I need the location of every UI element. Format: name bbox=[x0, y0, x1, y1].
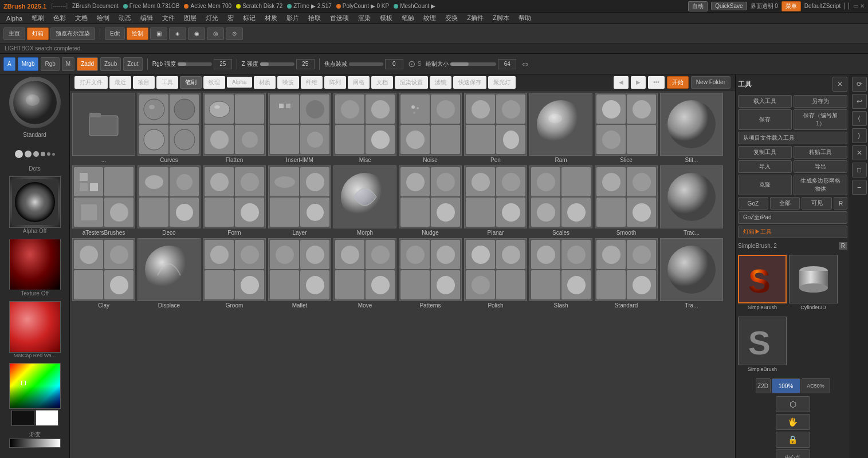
menu-material[interactable]: 材质 bbox=[261, 13, 281, 23]
color-picker-area[interactable] bbox=[9, 363, 61, 426]
brush-planar[interactable]: Planar bbox=[464, 165, 527, 236]
brush-atesters[interactable]: aTestersBrushes bbox=[72, 165, 135, 236]
all-button[interactable]: 全部 bbox=[770, 197, 800, 210]
dots-area[interactable]: Dots bbox=[15, 143, 55, 172]
paste-tool-button[interactable]: 粘贴工具 bbox=[794, 146, 847, 159]
far-right-btn-1[interactable]: ⟳ bbox=[852, 77, 867, 92]
nav-prev[interactable]: ◀ bbox=[614, 76, 629, 89]
menu-render[interactable]: 渲染 bbox=[354, 13, 375, 23]
brush-clay[interactable]: Clay bbox=[72, 238, 135, 309]
brush-deco[interactable]: Deco bbox=[138, 165, 201, 236]
quicksave-button[interactable]: QuickSave bbox=[711, 2, 747, 10]
far-right-btn-3[interactable]: ⟨ bbox=[852, 111, 867, 126]
menu-document[interactable]: 文档 bbox=[71, 13, 92, 23]
menu-brush[interactable]: 笔刷 bbox=[28, 13, 48, 23]
nav-tool[interactable]: 工具 bbox=[156, 76, 178, 89]
focal-slider[interactable] bbox=[349, 62, 383, 66]
far-right-btn-7[interactable]: ‒ bbox=[852, 180, 867, 195]
grid-icon-btn[interactable]: ⬡ bbox=[776, 396, 810, 412]
brush-groom[interactable]: Groom bbox=[203, 238, 266, 309]
zcut-button[interactable]: Zcut bbox=[123, 57, 142, 71]
alpha-preview[interactable] bbox=[9, 176, 61, 228]
nav-document[interactable]: 文档 bbox=[371, 76, 393, 89]
menu-help[interactable]: 帮助 bbox=[514, 13, 535, 23]
tool-btn-2[interactable]: ◈ bbox=[169, 27, 186, 40]
brush-misc[interactable]: Misc bbox=[333, 93, 396, 163]
load-tool-button[interactable]: 载入工具 bbox=[738, 95, 792, 108]
zsub-button[interactable]: Zsub bbox=[100, 57, 121, 71]
menu-color[interactable]: 色彩 bbox=[49, 13, 70, 23]
menu-transform[interactable]: 变换 bbox=[441, 13, 462, 23]
brush-move[interactable]: Move bbox=[333, 238, 396, 309]
menu-button[interactable]: 菜单 bbox=[781, 1, 801, 11]
vis-button[interactable]: 可见 bbox=[802, 197, 832, 210]
focal-input[interactable] bbox=[385, 59, 403, 69]
menu-marker[interactable]: 标记 bbox=[239, 13, 260, 23]
alpha-area[interactable]: Alpha Off bbox=[9, 176, 61, 234]
cylinder-thumb[interactable] bbox=[789, 255, 838, 303]
gradient-area[interactable]: 渐变 bbox=[9, 431, 61, 448]
menu-layer[interactable]: 图层 bbox=[180, 13, 201, 23]
draw-size-input[interactable] bbox=[498, 59, 516, 69]
nav-array[interactable]: 阵列 bbox=[324, 76, 346, 89]
draw-button[interactable]: 绘制 bbox=[127, 27, 148, 40]
r-button[interactable]: R bbox=[834, 197, 847, 210]
nav-open-file[interactable]: 打开文件 bbox=[74, 76, 108, 89]
brush-pen[interactable]: Pen bbox=[464, 93, 527, 163]
cylinder-area[interactable]: Cylinder3D bbox=[789, 255, 838, 310]
brush-trac[interactable]: Trac... bbox=[660, 165, 723, 236]
lightbox-tab[interactable]: 灯箱 bbox=[27, 27, 49, 40]
simple-brush-2-thumb[interactable]: S bbox=[738, 317, 787, 365]
save-numbered-button[interactable]: 保存（编号加 1） bbox=[794, 109, 847, 130]
brush-flatten[interactable]: Flatten bbox=[203, 93, 266, 163]
menu-draw[interactable]: 绘制 bbox=[93, 13, 113, 23]
tool-btn-4[interactable]: ◎ bbox=[207, 27, 224, 40]
load-from-project-button[interactable]: 从项目文件载入工具 bbox=[738, 132, 847, 144]
rgb-strength-slider[interactable] bbox=[178, 62, 212, 66]
brush-standard[interactable]: Standard bbox=[595, 238, 658, 309]
center-btn[interactable]: 中心点 bbox=[776, 449, 810, 458]
nav-texture[interactable]: 纹理 bbox=[203, 76, 225, 89]
menu-movie[interactable]: 影片 bbox=[282, 13, 303, 23]
zoom-2d-btn[interactable]: Z2D bbox=[756, 378, 771, 393]
menu-zscript[interactable]: Z脚本 bbox=[489, 13, 513, 23]
nav-filter[interactable]: 滤镜 bbox=[430, 76, 451, 89]
brush-scales[interactable]: Scales bbox=[529, 165, 592, 236]
nav-render-settings[interactable]: 渲染设置 bbox=[395, 76, 428, 89]
lock-icon-btn[interactable]: 🔒 bbox=[776, 432, 810, 448]
nav-quick-save[interactable]: 快速保存 bbox=[453, 76, 486, 89]
texture-area[interactable]: Texture Off bbox=[9, 239, 61, 297]
brush-form[interactable]: Form bbox=[203, 165, 266, 236]
menu-alpha[interactable]: Alpha bbox=[2, 14, 26, 23]
foreground-color[interactable] bbox=[11, 410, 34, 426]
menu-light[interactable]: 灯光 bbox=[202, 13, 222, 23]
simple-brush-1-thumb[interactable]: S bbox=[738, 255, 787, 303]
goz-ipad-button[interactable]: GoZ至iPad bbox=[738, 211, 847, 224]
texture-preview[interactable] bbox=[9, 239, 61, 290]
brush-layer[interactable]: Layer bbox=[268, 165, 331, 236]
a-button[interactable]: A bbox=[3, 57, 15, 71]
matcap-preview[interactable] bbox=[9, 301, 61, 353]
brush-tra[interactable]: Tra... bbox=[660, 238, 723, 309]
nav-brush[interactable]: 笔刷 bbox=[180, 76, 202, 89]
color-picker[interactable] bbox=[9, 363, 61, 409]
import-button[interactable]: 导入 bbox=[738, 160, 792, 173]
background-color[interactable] bbox=[36, 410, 58, 426]
nav-fiber[interactable]: 纤维 bbox=[301, 76, 323, 89]
brush-insert-imm[interactable]: Insert-IMM bbox=[268, 93, 331, 163]
nav-mesh[interactable]: 网格 bbox=[348, 76, 370, 89]
draw-size-slider[interactable] bbox=[450, 62, 496, 66]
brush-slash[interactable]: Slash bbox=[529, 238, 592, 309]
zoom-100-btn[interactable]: 100% bbox=[772, 378, 800, 393]
brush-nudge[interactable]: Nudge bbox=[399, 165, 462, 236]
start-button[interactable]: 开始 bbox=[667, 76, 689, 89]
menu-pick[interactable]: 拾取 bbox=[304, 13, 325, 23]
brush-preview[interactable] bbox=[9, 77, 61, 128]
copy-tool-button[interactable]: 复制工具 bbox=[738, 146, 792, 159]
nav-material[interactable]: 材质 bbox=[254, 76, 276, 89]
clone-button[interactable]: 克隆 bbox=[738, 175, 792, 195]
menu-file[interactable]: 文件 bbox=[158, 13, 179, 23]
expand-icon[interactable]: ⇔ bbox=[522, 60, 529, 69]
export-button[interactable]: 导出 bbox=[794, 160, 847, 173]
home-tab[interactable]: 主页 bbox=[3, 27, 25, 40]
